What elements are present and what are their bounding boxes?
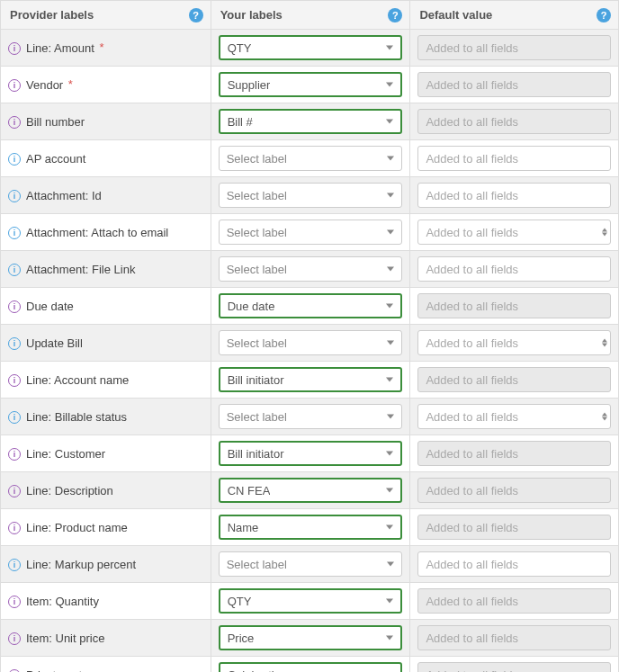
provider-cell: iAP account bbox=[1, 140, 211, 177]
provider-cell: iLine: Markup percent bbox=[1, 546, 211, 583]
provider-label: Update Bill bbox=[26, 336, 83, 350]
default-cell bbox=[410, 546, 619, 583]
default-cell bbox=[410, 362, 619, 399]
default-input[interactable] bbox=[417, 330, 611, 355]
default-input bbox=[417, 515, 611, 540]
label-select[interactable]: Bill # bbox=[219, 109, 403, 134]
provider-label: Item: Quantity bbox=[26, 595, 99, 608]
label-select[interactable]: Select label bbox=[219, 404, 403, 429]
required-marker: * bbox=[96, 40, 104, 54]
default-input[interactable] bbox=[417, 551, 611, 577]
yourlabels-cell: Name bbox=[211, 509, 410, 546]
info-icon[interactable]: i bbox=[8, 79, 21, 92]
yourlabels-cell: Select label bbox=[211, 399, 410, 435]
default-input[interactable] bbox=[417, 220, 611, 245]
label-select-value: Due date bbox=[228, 300, 275, 313]
default-input bbox=[417, 478, 611, 503]
provider-cell: iVendor * bbox=[1, 67, 211, 103]
chevron-down-icon bbox=[386, 46, 393, 50]
provider-cell: iBill number bbox=[1, 103, 211, 140]
label-select[interactable]: Select label bbox=[219, 256, 403, 282]
stepper-icon[interactable] bbox=[602, 413, 607, 421]
default-input bbox=[417, 625, 611, 650]
label-select[interactable]: Bill initiator bbox=[219, 367, 403, 392]
header-yourlabels-label: Your labels bbox=[220, 8, 283, 22]
info-icon[interactable]: i bbox=[8, 522, 21, 534]
info-icon[interactable]: i bbox=[8, 300, 21, 313]
yourlabels-cell: Bill # bbox=[211, 103, 410, 140]
label-select[interactable]: CN FEA bbox=[219, 478, 403, 503]
default-cell bbox=[410, 67, 619, 103]
provider-label: Line: Description bbox=[26, 484, 113, 497]
label-select[interactable]: QTY bbox=[219, 35, 403, 60]
label-select[interactable]: Due date bbox=[219, 293, 403, 318]
info-icon[interactable]: i bbox=[8, 227, 21, 239]
default-input[interactable] bbox=[417, 256, 611, 282]
chevron-down-icon bbox=[386, 452, 393, 456]
label-select-value: Supplier bbox=[228, 78, 271, 92]
info-icon[interactable]: i bbox=[8, 264, 21, 276]
info-icon[interactable]: i bbox=[8, 374, 21, 387]
label-select[interactable]: Select label bbox=[219, 330, 403, 355]
provider-cell: iAttachment: Id bbox=[1, 177, 211, 214]
default-cell bbox=[410, 103, 619, 140]
default-cell bbox=[410, 620, 619, 657]
default-select[interactable] bbox=[417, 404, 611, 429]
info-icon[interactable]: i bbox=[8, 411, 21, 424]
table-row: iAttachment: Attach to emailSelect label bbox=[1, 214, 619, 251]
provider-label: Line: Product name bbox=[26, 521, 128, 534]
label-select[interactable]: Name bbox=[219, 515, 403, 540]
info-icon[interactable]: i bbox=[8, 337, 21, 350]
provider-cell: iLine: Product name bbox=[1, 509, 211, 546]
default-cell bbox=[410, 288, 619, 325]
label-select[interactable]: QTY bbox=[219, 588, 403, 614]
table-row: iLine: DescriptionCN FEA bbox=[1, 472, 619, 509]
label-select[interactable]: Bill initiator bbox=[219, 441, 403, 466]
info-icon[interactable]: i bbox=[8, 669, 21, 672]
info-icon[interactable]: i bbox=[8, 559, 21, 571]
label-select[interactable]: Price bbox=[219, 625, 403, 650]
default-cell bbox=[410, 509, 619, 546]
provider-label: Line: Billable status bbox=[26, 410, 127, 424]
stepper-icon[interactable] bbox=[602, 339, 607, 347]
info-icon[interactable]: i bbox=[8, 190, 21, 202]
default-input bbox=[417, 35, 611, 60]
label-select[interactable]: Select label bbox=[219, 551, 403, 577]
default-input bbox=[417, 72, 611, 97]
table-row: iLine: CustomerBill initiator bbox=[1, 435, 619, 472]
label-select[interactable]: Select label bbox=[219, 146, 403, 171]
header-default: Default value ? bbox=[410, 1, 619, 30]
table-row: iItem: QuantityQTY bbox=[1, 583, 619, 620]
label-select[interactable]: Select label bbox=[219, 183, 403, 208]
table-row: iAttachment: File LinkSelect label bbox=[1, 251, 619, 288]
info-icon[interactable]: i bbox=[8, 632, 21, 645]
default-input[interactable] bbox=[417, 146, 611, 171]
info-icon[interactable]: i bbox=[8, 42, 21, 55]
label-select[interactable]: Celebration bbox=[219, 662, 403, 672]
chevron-down-icon bbox=[386, 83, 393, 87]
chevron-down-icon bbox=[386, 488, 393, 493]
info-icon[interactable]: i bbox=[8, 116, 21, 129]
label-select-value: Select label bbox=[227, 226, 287, 239]
help-icon[interactable]: ? bbox=[388, 8, 402, 22]
chevron-down-icon bbox=[387, 267, 394, 272]
help-icon[interactable]: ? bbox=[189, 8, 203, 22]
provider-label: Attachment: File Link bbox=[26, 263, 135, 276]
help-icon[interactable]: ? bbox=[597, 8, 611, 22]
default-input[interactable] bbox=[417, 183, 611, 208]
default-select[interactable] bbox=[417, 220, 611, 245]
default-input bbox=[417, 662, 611, 672]
provider-cell: iAttachment: Attach to email bbox=[1, 214, 211, 251]
info-icon[interactable]: i bbox=[8, 485, 21, 497]
info-icon[interactable]: i bbox=[8, 153, 21, 166]
info-icon[interactable]: i bbox=[8, 596, 21, 608]
default-select[interactable] bbox=[417, 330, 611, 355]
stepper-icon[interactable] bbox=[602, 228, 607, 237]
info-icon[interactable]: i bbox=[8, 448, 21, 461]
default-input[interactable] bbox=[417, 404, 611, 429]
label-select-value: Select label bbox=[227, 263, 287, 276]
table-row: iItem: Unit pricePrice bbox=[1, 620, 619, 657]
provider-cell: iDue date bbox=[1, 288, 211, 325]
label-select[interactable]: Select label bbox=[219, 220, 403, 245]
label-select[interactable]: Supplier bbox=[219, 72, 403, 97]
